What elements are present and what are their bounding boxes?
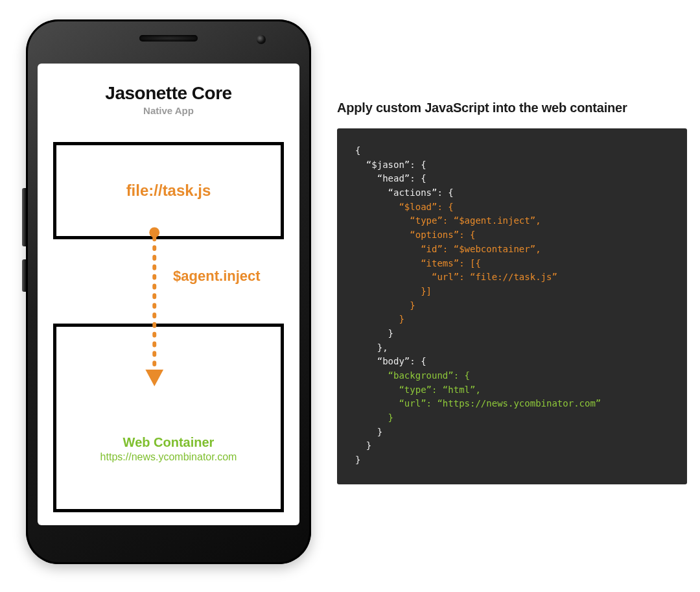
inject-action-label: $agent.inject: [173, 268, 260, 285]
code-line: “url”: “https://news.ycombinator.com”: [355, 398, 601, 408]
phone-top-area: [26, 35, 311, 41]
code-line: }: [355, 328, 393, 338]
agent-script-box: file://task.js: [53, 142, 284, 239]
web-container-box: Web Container https://news.ycombinator.c…: [53, 324, 284, 512]
front-camera-icon: [257, 35, 266, 44]
code-line: {: [355, 145, 360, 156]
app-title: Jasonette Core: [105, 83, 231, 104]
phone-mockup: Jasonette Core Native App file://task.js…: [26, 19, 311, 564]
json-code-block: { “$jason”: { “head”: { “actions”: { “$l…: [337, 128, 687, 484]
code-line: “background”: {: [355, 370, 470, 381]
code-line: “url”: “file://task.js”: [355, 272, 557, 282]
code-line: }: [355, 427, 382, 437]
code-line: “type”: “html”,: [355, 385, 481, 395]
code-line: “items”: [{: [355, 258, 481, 268]
phone-side-button: [22, 188, 26, 246]
code-panel: Apply custom JavaScript into the web con…: [337, 101, 687, 484]
phone-screen: Jasonette Core Native App file://task.js…: [38, 64, 299, 525]
phone-side-button: [22, 259, 26, 292]
earpiece-icon: [139, 35, 198, 41]
web-container-title: Web Container: [123, 435, 215, 450]
code-line: }: [355, 440, 371, 451]
code-line: }: [355, 412, 393, 423]
code-line: “head”: {: [355, 173, 426, 184]
code-line: “$load”: {: [355, 202, 454, 212]
code-panel-heading: Apply custom JavaScript into the web con…: [337, 101, 687, 115]
code-line: }: [355, 300, 415, 311]
code-line: “body”: {: [355, 356, 426, 366]
app-subtitle: Native App: [143, 105, 194, 116]
agent-script-url: file://task.js: [126, 182, 211, 200]
web-container-url: https://news.ycombinator.com: [100, 451, 237, 463]
diagram-canvas: Jasonette Core Native App file://task.js…: [0, 0, 700, 584]
code-line: “options”: {: [355, 230, 475, 240]
code-line: }: [355, 314, 404, 324]
code-line: “$jason”: {: [355, 160, 426, 170]
code-line: “type”: “$agent.inject”,: [355, 215, 541, 226]
code-line: },: [355, 342, 388, 353]
code-line: }: [355, 455, 360, 465]
code-line: }]: [355, 286, 432, 296]
code-line: “actions”: {: [355, 187, 454, 198]
inject-arrow-zone: $agent.inject: [53, 239, 284, 324]
code-line: “id”: “$webcontainer”,: [355, 244, 541, 254]
